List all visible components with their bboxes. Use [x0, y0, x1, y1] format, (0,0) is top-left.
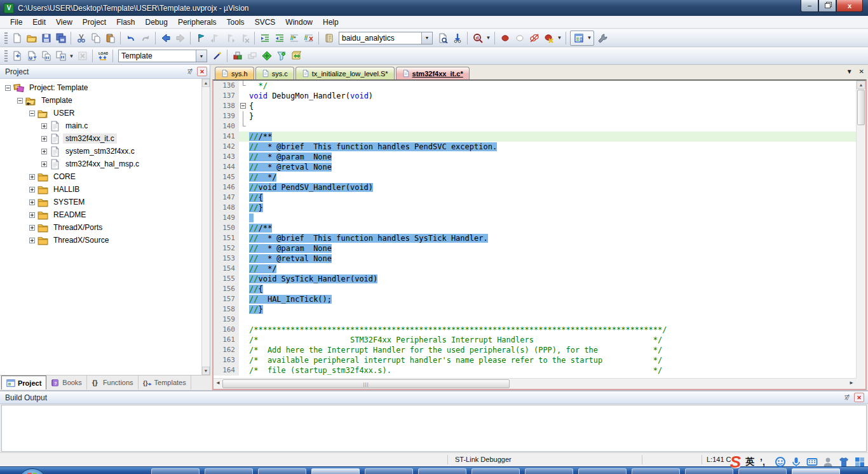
collapse-icon[interactable]: [17, 98, 23, 104]
taskbar-button[interactable]: [525, 468, 573, 474]
dropdown-arrow-icon[interactable]: ▼: [556, 31, 563, 45]
menu-file[interactable]: File: [5, 17, 27, 28]
comment-button[interactable]: //*: [287, 31, 301, 45]
batch-build-button[interactable]: [53, 49, 68, 63]
panel-tab-project[interactable]: Project: [1, 376, 46, 389]
scroll-right-icon[interactable]: ►: [849, 380, 854, 386]
code-line-143[interactable]: 143// * @param None: [214, 152, 856, 162]
toolbox-icon[interactable]: [854, 456, 865, 468]
scroll-up-icon[interactable]: ▲: [857, 81, 865, 89]
editor-horizontal-scrollbar[interactable]: ◄ ||| ►: [214, 378, 856, 389]
wrench-button[interactable]: [595, 31, 610, 45]
menu-peripherals[interactable]: Peripherals: [173, 17, 222, 28]
fold-marker[interactable]: [239, 101, 248, 111]
code-line-144[interactable]: 144// * @retval None: [214, 162, 856, 172]
code-line-142[interactable]: 142// * @brief This function handles Pen…: [214, 142, 856, 152]
tree-item-project-template[interactable]: Project: Template: [0, 81, 201, 94]
menu-help[interactable]: Help: [318, 17, 344, 28]
tree-item-system-stm32f4xx-c[interactable]: system_stm32f4xx.c: [0, 145, 201, 158]
expand-icon[interactable]: [29, 174, 35, 180]
code-line-163[interactable]: 163/* available peripheral interrupt han…: [214, 355, 856, 365]
code-line-154[interactable]: 154// */: [214, 264, 856, 274]
code-line-153[interactable]: 153// * @retval None: [214, 254, 856, 264]
code-line-136[interactable]: 136 */: [214, 81, 856, 91]
nav-back-button[interactable]: [158, 31, 173, 45]
close-panel-icon[interactable]: ✕: [197, 67, 207, 76]
expand-icon[interactable]: [41, 123, 47, 129]
target-select-combobox[interactable]: Template▼: [118, 50, 207, 62]
code-line-147[interactable]: 147//{: [214, 193, 856, 203]
debug-windows-button[interactable]: [571, 31, 586, 45]
bookmark-button[interactable]: [193, 31, 208, 45]
collapse-icon[interactable]: [5, 85, 11, 91]
outdent-button[interactable]: [272, 31, 287, 45]
code-line-160[interactable]: 160/************************************…: [214, 325, 856, 335]
panel-tab-functions[interactable]: {}Functions: [87, 376, 139, 389]
sogou-logo-icon[interactable]: S: [730, 454, 741, 470]
tree-item-threadx-source[interactable]: ThreadX/Source: [0, 234, 201, 247]
copy-button[interactable]: [88, 31, 103, 45]
editor-tab-tx-initialize-low-level-s-[interactable]: tx_initialize_low_level.S*: [295, 67, 395, 79]
collapse-icon[interactable]: [29, 111, 35, 116]
menu-flash[interactable]: Flash: [111, 17, 140, 28]
select-packs-button[interactable]: [259, 49, 274, 63]
code-line-138[interactable]: 138{: [214, 101, 856, 111]
expand-icon[interactable]: [29, 225, 35, 231]
expand-icon[interactable]: [41, 136, 47, 142]
pin-icon[interactable]: ▽̸: [185, 67, 195, 76]
dropdown-arrow-icon[interactable]: ▼: [485, 31, 492, 45]
code-line-140[interactable]: 140: [214, 121, 856, 132]
new-file-button[interactable]: [10, 31, 24, 45]
taskbar-button[interactable]: [311, 468, 360, 474]
editor-tab-sys-h[interactable]: sys.h: [215, 67, 254, 79]
code-line-139[interactable]: 139}: [214, 111, 856, 121]
undo-button[interactable]: [123, 31, 138, 45]
expand-icon[interactable]: [29, 200, 35, 205]
breakpoint-disable-button[interactable]: [527, 31, 541, 45]
menu-edit[interactable]: Edit: [27, 17, 51, 28]
punctuation-icon[interactable]: ’,: [759, 456, 770, 468]
dropdown-arrow-icon[interactable]: ▼: [68, 49, 75, 63]
expand-icon[interactable]: [29, 238, 35, 243]
uncomment-button[interactable]: //: [301, 31, 316, 45]
vscroll-thumb[interactable]: [857, 90, 865, 125]
open-folder-button[interactable]: [24, 31, 39, 45]
save-all-button[interactable]: [53, 31, 68, 45]
tree-item-readme[interactable]: README: [0, 208, 201, 221]
code-line-146[interactable]: 146//void PendSV_Handler(void): [214, 182, 856, 193]
toolbar-grip[interactable]: [4, 32, 8, 44]
code-line-164[interactable]: 164/* file (startup_stm32f4xx.s). */: [214, 365, 856, 376]
code-line-152[interactable]: 152// * @param None: [214, 243, 856, 254]
emoji-icon[interactable]: [775, 456, 786, 468]
save-button[interactable]: [39, 31, 53, 45]
text-search-combobox[interactable]: baidu_analytics▼: [339, 32, 433, 44]
build-output-body[interactable]: [1, 405, 867, 452]
rebuild-button[interactable]: [39, 49, 53, 63]
code-line-157[interactable]: 157// HAL_IncTick();: [214, 294, 856, 304]
code-line-145[interactable]: 145// */: [214, 172, 856, 182]
close-document-icon[interactable]: ✕: [859, 68, 864, 75]
taskbar-button[interactable]: [205, 468, 253, 474]
load-button[interactable]: LOAD: [95, 49, 110, 63]
code-line-150[interactable]: 150///**: [214, 223, 856, 233]
close-panel-icon[interactable]: ✕: [854, 393, 864, 402]
taskbar-button[interactable]: [632, 468, 680, 474]
tree-item-template[interactable]: Template: [0, 94, 201, 107]
code-line-161[interactable]: 161/* STM32F4xx Peripherals Interrupt Ha…: [214, 335, 856, 345]
cut-button[interactable]: [74, 31, 88, 45]
code-line-151[interactable]: 151// * @brief This function handles Sys…: [214, 233, 856, 243]
code-line-158[interactable]: 158//}: [214, 304, 856, 315]
taskbar-button[interactable]: [418, 468, 466, 474]
tree-item-stm32f4xx-hal-msp-c[interactable]: stm32f4xx_hal_msp.c: [0, 158, 201, 170]
restore-button[interactable]: [818, 0, 836, 12]
menu-debug[interactable]: Debug: [140, 17, 173, 28]
chevron-down-icon[interactable]: ▼: [421, 32, 432, 44]
dictionary-button[interactable]: [322, 31, 336, 45]
minimize-button[interactable]: –: [801, 0, 818, 12]
taskbar-button[interactable]: [471, 468, 520, 474]
start-button[interactable]: [18, 468, 47, 474]
code-line-156[interactable]: 156//{: [214, 284, 856, 294]
scroll-left-icon[interactable]: ◄: [215, 380, 220, 386]
expand-icon[interactable]: [41, 161, 47, 167]
code-line-162[interactable]: 162/* Add here the Interrupt Handler for…: [214, 345, 856, 355]
